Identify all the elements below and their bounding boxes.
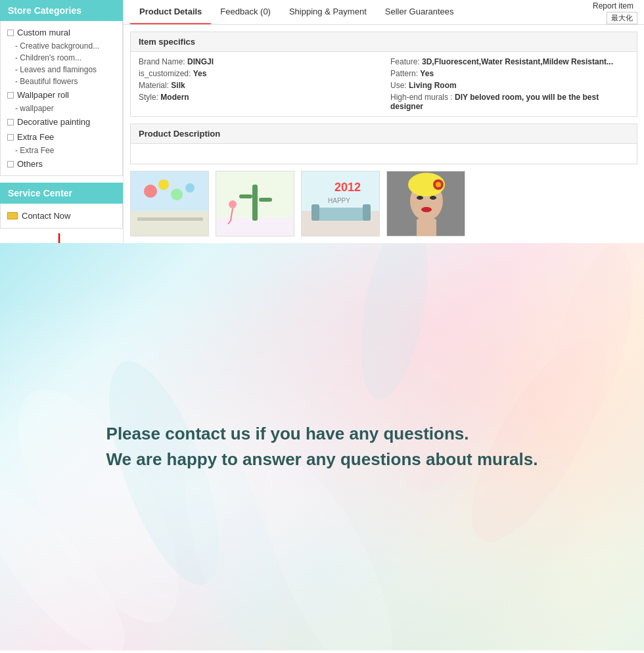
- collapse-icon: [7, 92, 14, 99]
- thumbnail-2[interactable]: [216, 171, 294, 236]
- tab-shipping[interactable]: Shipping & Payment: [280, 0, 376, 24]
- feather-line-2: We are happy to answer any questions abo…: [106, 447, 538, 472]
- feather-section: Please contact us if you have any questi…: [0, 243, 644, 650]
- svg-rect-3: [131, 211, 209, 236]
- sidebar-item-decorative[interactable]: Decorative painting: [1, 114, 122, 129]
- sidebar-sub-creative[interactable]: Creative background...: [1, 40, 122, 52]
- service-center-body: Contact Now: [0, 204, 123, 229]
- sidebar-item-wallpaper-roll[interactable]: Wallpaper roll: [1, 87, 122, 102]
- svg-rect-20: [311, 204, 319, 221]
- sidebar-sub-childrens[interactable]: Children's room...: [1, 52, 122, 64]
- svg-point-7: [185, 183, 195, 192]
- contact-now-link[interactable]: Contact Now: [1, 208, 122, 224]
- spec-brand-name: Brand Name: DINGJI: [139, 57, 377, 66]
- tab-product-details[interactable]: Product Details: [130, 0, 211, 24]
- spec-customized: is_customized: Yes: [139, 69, 377, 78]
- spec-material: Material: Silk: [139, 81, 377, 90]
- spec-use: Use: Living Room: [390, 81, 629, 90]
- svg-point-6: [171, 189, 183, 200]
- collapse-icon: [7, 119, 14, 125]
- sidebar-sub-wallpaper[interactable]: wallpaper: [1, 102, 122, 114]
- thumbnails-row: 2012 HAPPY: [124, 171, 644, 243]
- service-center-header: Service Center: [0, 183, 123, 204]
- report-item-button[interactable]: Report item: [589, 0, 637, 12]
- svg-rect-32: [417, 219, 436, 236]
- sidebar-sub-leaves[interactable]: Leaves and flamingos: [1, 64, 122, 76]
- sidebar: Store Categories Custom mural Creative b…: [0, 0, 124, 243]
- product-description-body: [131, 144, 637, 164]
- spec-pattern: Pattern: Yes: [390, 69, 629, 78]
- svg-rect-21: [363, 204, 371, 221]
- sidebar-item-others[interactable]: Others: [1, 156, 122, 171]
- sidebar-sub-flowers[interactable]: Beautiful flowers: [1, 76, 122, 87]
- collapse-icon: [7, 30, 14, 36]
- tabs-bar: Product Details Feedback (0) Shipping & …: [124, 0, 644, 25]
- item-specifics-box: Item specifics Brand Name: DINGJI Featur…: [130, 32, 637, 117]
- sidebar-sub-extra-fee[interactable]: Extra Fee: [1, 145, 122, 156]
- svg-point-28: [436, 182, 441, 187]
- thumbnail-1[interactable]: [130, 171, 209, 236]
- content-area: Product Details Feedback (0) Shipping & …: [124, 0, 644, 243]
- svg-rect-8: [137, 217, 203, 221]
- tabs-right: Report item 最大化: [589, 0, 637, 24]
- collapse-icon: [7, 161, 14, 168]
- svg-text:2012: 2012: [334, 181, 361, 194]
- collapse-icon: [7, 134, 14, 141]
- thumbnail-3[interactable]: 2012 HAPPY: [301, 171, 380, 236]
- product-description-header: Product Description: [131, 124, 637, 144]
- thumbnail-4[interactable]: [386, 171, 465, 236]
- maximize-button[interactable]: 最大化: [607, 12, 637, 24]
- item-specifics-header: Item specifics: [131, 32, 637, 52]
- spec-style: Style: Modern: [139, 93, 377, 111]
- svg-rect-13: [259, 198, 272, 202]
- svg-point-30: [430, 196, 436, 200]
- store-categories-header: Store Categories: [0, 0, 123, 21]
- spec-feature: Feature: 3D,Fluorescent,Water Resistant,…: [390, 57, 629, 66]
- product-description-box: Product Description: [130, 124, 637, 164]
- svg-point-5: [158, 179, 169, 190]
- svg-point-14: [229, 200, 237, 208]
- svg-text:HAPPY: HAPPY: [328, 197, 350, 204]
- contact-now-label: Contact Now: [22, 211, 70, 221]
- tab-seller-guarantees[interactable]: Seller Guarantees: [376, 0, 463, 24]
- tab-feedback[interactable]: Feedback (0): [211, 0, 280, 24]
- specifics-grid: Brand Name: DINGJI Feature: 3D,Fluoresce…: [131, 52, 637, 116]
- svg-point-31: [421, 207, 432, 212]
- svg-point-4: [144, 185, 157, 198]
- sidebar-nav: Custom mural Creative background... Chil…: [0, 21, 123, 176]
- main-container: Store Categories Custom mural Creative b…: [0, 0, 644, 243]
- feather-line-1: Please contact us if you have any questi…: [106, 421, 538, 447]
- svg-point-29: [417, 196, 423, 200]
- envelope-icon: [7, 212, 18, 219]
- svg-rect-12: [239, 194, 252, 198]
- sidebar-item-extra-fee[interactable]: Extra Fee: [1, 129, 122, 145]
- sidebar-item-custom-mural[interactable]: Custom mural: [1, 25, 122, 40]
- feather-text: Please contact us if you have any questi…: [67, 395, 578, 499]
- svg-rect-11: [252, 185, 258, 221]
- svg-rect-19: [315, 208, 367, 221]
- spec-high-end: High-end murals : DIY beloved room, you …: [390, 93, 629, 111]
